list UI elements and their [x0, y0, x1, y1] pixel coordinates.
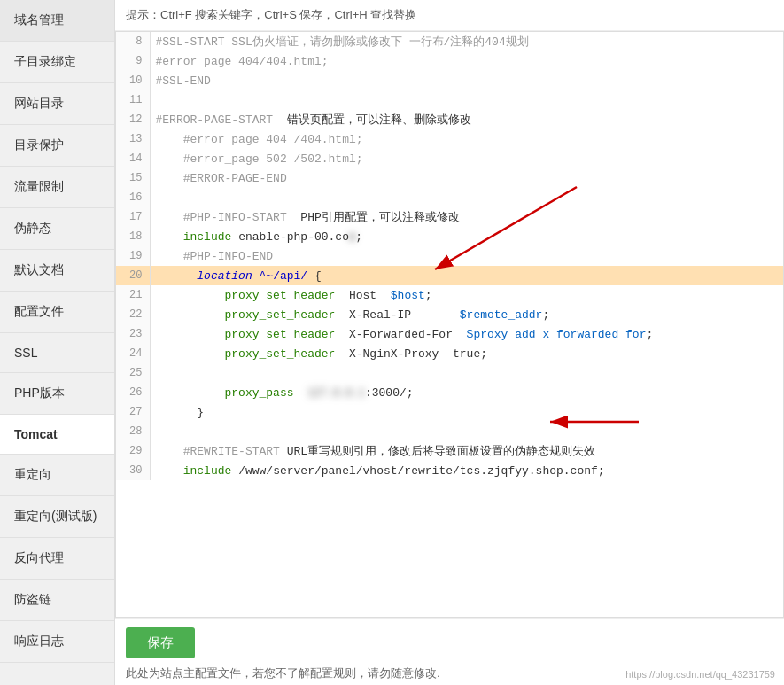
table-row: 15 #ERROR-PAGE-END [116, 168, 783, 188]
sidebar-item-response-log[interactable]: 响应日志 [0, 621, 114, 663]
table-row: 11 [116, 90, 783, 110]
sidebar-item-domain[interactable]: 域名管理 [0, 0, 114, 42]
table-row: 22 proxy_set_header X-Real-IP $remote_ad… [116, 305, 783, 324]
sidebar-item-dirprotect[interactable]: 目录保护 [0, 125, 114, 167]
table-row: 17 #PHP-INFO-START PHP引用配置，可以注释或修改 [116, 207, 783, 227]
sidebar-item-pseudo[interactable]: 伪静态 [0, 208, 114, 250]
table-row: 18 include enable-php-00.com; [116, 227, 783, 246]
footer-note: 此处为站点主配置文件，若您不了解配置规则，请勿随意修改. [126, 666, 773, 681]
table-row: 25 [116, 363, 783, 383]
table-row: 27 } [116, 402, 783, 422]
footer-area: 保存 此处为站点主配置文件，若您不了解配置规则，请勿随意修改. https://… [115, 618, 784, 685]
code-editor[interactable]: 8 #SSL-START SSL伪火墙证，请勿删除或修改下 一行布/注释的404… [115, 31, 784, 618]
sidebar-item-default-doc[interactable]: 默认文档 [0, 250, 114, 292]
sidebar-item-hotlink[interactable]: 防盗链 [0, 580, 114, 621]
code-table: 8 #SSL-START SSL伪火墙证，请勿删除或修改下 一行布/注释的404… [116, 32, 783, 480]
table-row: 9 #error_page 404/404.html; [116, 51, 783, 71]
sidebar-item-subdir[interactable]: 子目录绑定 [0, 42, 114, 83]
sidebar-item-webdir[interactable]: 网站目录 [0, 83, 114, 125]
table-row: 28 [116, 422, 783, 441]
table-row: 29 #REWRITE-START URL重写规则引用，修改后将导致面板设置的伪… [116, 441, 783, 461]
sidebar-item-ssl[interactable]: SSL [0, 333, 114, 373]
table-row: 30 include /www/server/panel/vhost/rewri… [116, 461, 783, 480]
hint-bar: 提示：Ctrl+F 搜索关键字，Ctrl+S 保存，Ctrl+H 查找替换 [115, 0, 784, 31]
table-row: 26 proxy_pass 127.0.0.1:3000/; [116, 383, 783, 402]
table-row: 19 #PHP-INFO-END [116, 246, 783, 266]
sidebar-item-php[interactable]: PHP版本 [0, 373, 114, 415]
sidebar-item-tomcat[interactable]: Tomcat [0, 415, 114, 455]
table-row: 13 #error_page 404 /404.html; [116, 129, 783, 149]
table-row: 23 proxy_set_header X-Forwarded-For $pro… [116, 324, 783, 344]
sidebar-item-traffic[interactable]: 流量限制 [0, 167, 114, 208]
save-button[interactable]: 保存 [126, 627, 195, 658]
table-row: 24 proxy_set_header X-NginX-Proxy true; [116, 344, 783, 363]
sidebar: 域名管理 子目录绑定 网站目录 目录保护 流量限制 伪静态 默认文档 配置文件 … [0, 0, 115, 685]
table-row: 8 #SSL-START SSL伪火墙证，请勿删除或修改下 一行布/注释的404… [116, 32, 783, 51]
table-row: 16 [116, 188, 783, 207]
table-row: 12 #ERROR-PAGE-START 错误页配置，可以注释、删除或修改 [116, 110, 783, 129]
table-row: 14 #error_page 502 /502.html; [116, 149, 783, 168]
sidebar-item-proxy[interactable]: 反向代理 [0, 538, 114, 580]
main-panel: 提示：Ctrl+F 搜索关键字，Ctrl+S 保存，Ctrl+H 查找替换 8 … [115, 0, 784, 685]
sidebar-item-config[interactable]: 配置文件 [0, 292, 114, 333]
table-row: 10 #SSL-END [116, 71, 783, 90]
table-row-highlighted: 20 location ^~/api/ { [116, 266, 783, 285]
table-row: 21 proxy_set_header Host $host; [116, 285, 783, 305]
hint-text: 提示：Ctrl+F 搜索关键字，Ctrl+S 保存，Ctrl+H 查找替换 [126, 8, 416, 21]
sidebar-item-redirect-test[interactable]: 重定向(测试版) [0, 496, 114, 538]
sidebar-item-redirect[interactable]: 重定向 [0, 455, 114, 496]
